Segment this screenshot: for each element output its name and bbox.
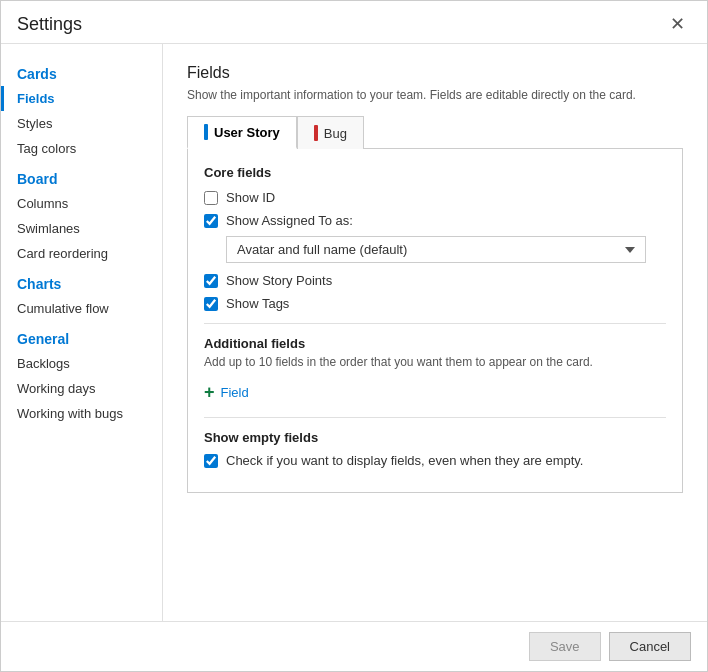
divider-2 — [204, 417, 666, 418]
dialog-body: Cards Fields Styles Tag colors Board Col… — [1, 44, 707, 621]
bug-tab-label: Bug — [324, 126, 347, 141]
bug-tab-indicator — [314, 125, 318, 141]
show-story-points-label: Show Story Points — [226, 273, 332, 288]
cancel-button[interactable]: Cancel — [609, 632, 691, 661]
dialog-title: Settings — [17, 14, 82, 35]
sidebar-section-cards: Cards — [1, 56, 162, 86]
sidebar-item-swimlanes[interactable]: Swimlanes — [1, 216, 162, 241]
show-id-row: Show ID — [204, 190, 666, 205]
sidebar-section-charts: Charts — [1, 266, 162, 296]
close-button[interactable]: ✕ — [664, 13, 691, 35]
show-id-label: Show ID — [226, 190, 275, 205]
save-button[interactable]: Save — [529, 632, 601, 661]
show-tags-label: Show Tags — [226, 296, 289, 311]
main-section-desc: Show the important information to your t… — [187, 88, 683, 102]
show-empty-fields-label: Check if you want to display fields, eve… — [226, 453, 583, 468]
tab-user-story[interactable]: User Story — [187, 116, 297, 149]
show-tags-checkbox[interactable] — [204, 297, 218, 311]
sidebar-item-working-with-bugs[interactable]: Working with bugs — [1, 401, 162, 426]
core-fields-title: Core fields — [204, 165, 666, 180]
show-empty-fields-row: Check if you want to display fields, eve… — [204, 453, 666, 468]
sidebar-item-card-reordering[interactable]: Card reordering — [1, 241, 162, 266]
sidebar: Cards Fields Styles Tag colors Board Col… — [1, 44, 163, 621]
sidebar-section-general: General — [1, 321, 162, 351]
show-id-checkbox[interactable] — [204, 191, 218, 205]
user-story-tab-indicator — [204, 124, 208, 140]
show-empty-fields-checkbox[interactable] — [204, 454, 218, 468]
main-section-title: Fields — [187, 64, 683, 82]
dialog-header: Settings ✕ — [1, 1, 707, 44]
show-empty-fields-title: Show empty fields — [204, 430, 666, 445]
sidebar-item-styles[interactable]: Styles — [1, 111, 162, 136]
add-field-button[interactable]: + Field — [204, 379, 249, 405]
assigned-to-dropdown[interactable]: Avatar and full name (default) Avatar on… — [226, 236, 646, 263]
tabs-container: User Story Bug — [187, 116, 683, 149]
user-story-tab-label: User Story — [214, 125, 280, 140]
fields-box: Core fields Show ID Show Assigned To as:… — [187, 148, 683, 493]
show-tags-row: Show Tags — [204, 296, 666, 311]
show-story-points-checkbox[interactable] — [204, 274, 218, 288]
show-story-points-row: Show Story Points — [204, 273, 666, 288]
main-content: Fields Show the important information to… — [163, 44, 707, 621]
sidebar-item-fields[interactable]: Fields — [1, 86, 162, 111]
sidebar-section-board: Board — [1, 161, 162, 191]
add-field-label: Field — [221, 385, 249, 400]
sidebar-item-backlogs[interactable]: Backlogs — [1, 351, 162, 376]
sidebar-item-cumulative-flow[interactable]: Cumulative flow — [1, 296, 162, 321]
dialog-footer: Save Cancel — [1, 621, 707, 671]
tab-bug[interactable]: Bug — [297, 116, 364, 149]
plus-icon: + — [204, 383, 215, 401]
additional-fields-title: Additional fields — [204, 336, 666, 351]
sidebar-item-working-days[interactable]: Working days — [1, 376, 162, 401]
divider-1 — [204, 323, 666, 324]
show-assigned-row: Show Assigned To as: — [204, 213, 666, 228]
show-assigned-checkbox[interactable] — [204, 214, 218, 228]
settings-dialog: Settings ✕ Cards Fields Styles Tag color… — [0, 0, 708, 672]
show-assigned-label: Show Assigned To as: — [226, 213, 353, 228]
sidebar-item-columns[interactable]: Columns — [1, 191, 162, 216]
sidebar-item-tag-colors[interactable]: Tag colors — [1, 136, 162, 161]
additional-fields-desc: Add up to 10 fields in the order that yo… — [204, 355, 666, 369]
assigned-dropdown-row: Avatar and full name (default) Avatar on… — [226, 236, 666, 263]
